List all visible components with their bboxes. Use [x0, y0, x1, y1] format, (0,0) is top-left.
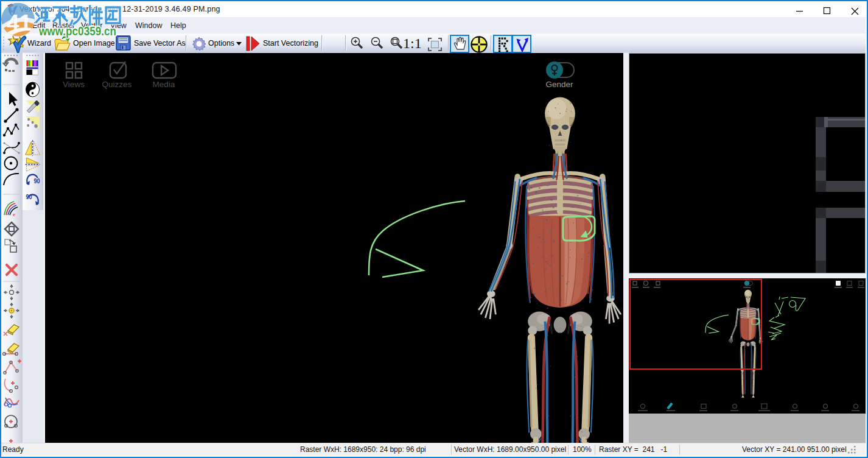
- svg-text:Quizzes: Quizzes: [102, 80, 132, 89]
- svg-text:e: e: [13, 211, 15, 217]
- svg-text:90: 90: [26, 194, 32, 200]
- svg-text:90: 90: [33, 178, 40, 185]
- svg-text:Gender: Gender: [545, 80, 573, 89]
- svg-text:Views: Views: [63, 80, 85, 89]
- svg-text:Media: Media: [153, 80, 175, 89]
- svg-text:41: 41: [7, 10, 32, 35]
- svg-text:www.pc0359.cn: www.pc0359.cn: [38, 24, 116, 38]
